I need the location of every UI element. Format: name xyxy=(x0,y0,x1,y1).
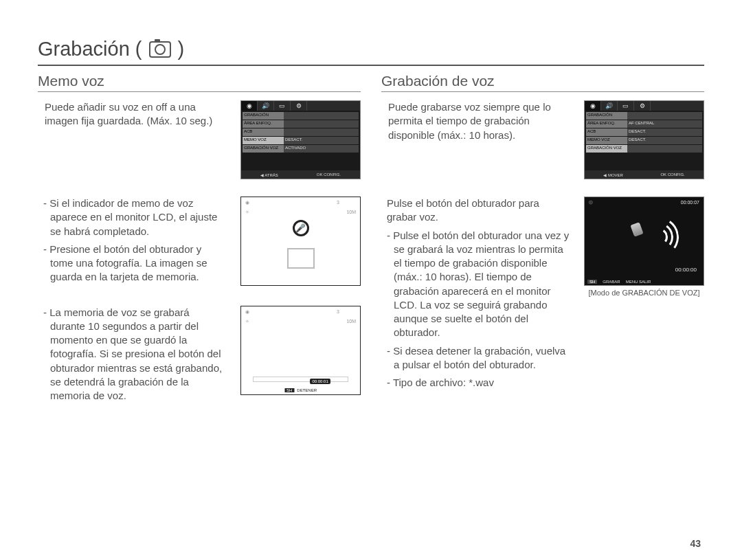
stop-label: DETENER xyxy=(297,388,317,392)
mode-icon: ◉ xyxy=(245,200,249,205)
focus-frame xyxy=(287,248,315,269)
elapsed-time: 00:00:07 xyxy=(681,200,699,205)
lcd-footer-move: ◀ MOVER xyxy=(603,172,623,177)
page-title-close: ) xyxy=(178,38,185,60)
menu-k-acb: ACB xyxy=(243,128,284,136)
lcd-menu-memo: ◉ 🔊 ▭ ⚙ GRABACIÓN ÁREA ENFOQ. ACB MEMO V… xyxy=(240,100,361,179)
mic-icon: 🎤 xyxy=(293,220,309,236)
tab-sound-icon: 🔊 xyxy=(258,101,274,111)
lcd-voice-block: ⦾ 00:00:07 00:00:00 SH GRABAR MENU SALIR… xyxy=(584,197,704,394)
voice-caption: [Modo de GRABACIÓN DE VOZ] xyxy=(584,289,704,297)
page-number: 43 xyxy=(690,538,701,549)
subhead-memo-voz: Memo voz xyxy=(38,73,361,92)
camera-icon xyxy=(149,41,171,58)
tab-sound-icon-2: 🔊 xyxy=(601,101,618,111)
body-text-2: - La memoria de voz se grabará durante 1… xyxy=(38,306,227,407)
lcd-footer-back: ◀ ATRÁS xyxy=(260,172,278,177)
menu-k-memo: MEMO VOZ xyxy=(243,137,284,144)
lcd-menu-voz: ◉ 🔊 ▭ ⚙ GRABACIÓN ÁREA ENFOQ.AF CENTRAL … xyxy=(584,100,704,179)
menu-k-area: ÁREA ENFOQ. xyxy=(243,120,284,128)
menu-k-grabacion: GRABACIÓN xyxy=(243,112,284,120)
tab-setup-icon: ⚙ xyxy=(291,101,307,111)
lcd-tabs-2: ◉ 🔊 ▭ ⚙ xyxy=(585,101,704,111)
rec-time-zero: 00:00:00 xyxy=(675,267,697,273)
count-icon: 3 xyxy=(337,200,339,205)
flash-icon: ✧ xyxy=(245,210,249,215)
exit-label: MENU SALIR xyxy=(626,280,651,284)
tab-display-icon-2: ▭ xyxy=(618,101,634,111)
intro-text-left: Puede añadir su voz en off a una imagen … xyxy=(38,100,227,162)
tab-camera-icon-2: ◉ xyxy=(585,101,601,111)
lcd-footer-ok: OK CONFIG. xyxy=(317,172,341,177)
tab-camera-icon: ◉ xyxy=(241,101,258,111)
sh-badge: SH xyxy=(284,388,294,392)
sh-badge-2: SH xyxy=(587,280,597,284)
column-memo-voz: Memo voz Puede añadir su voz en off a un… xyxy=(38,73,361,424)
rec-time: 00:00:01 xyxy=(310,379,330,384)
lcd-footer-ok-2: OK CONFIG. xyxy=(660,172,684,177)
page-title: Grabación ( ) xyxy=(38,38,704,66)
tab-setup-icon-2: ⚙ xyxy=(634,101,651,111)
flash-icon-2: ✧ xyxy=(245,319,249,324)
menu-k-gvoz: GRABACIÓN VOZ xyxy=(243,145,284,153)
count-icon-2: 3 xyxy=(337,309,339,314)
column-grabacion-voz: Grabación de voz Puede grabarse voz siem… xyxy=(381,73,704,424)
lcd-voice-rec: ⦾ 00:00:07 00:00:00 SH GRABAR MENU SALIR xyxy=(584,197,704,286)
progress-bar xyxy=(253,377,348,382)
page-title-text: Grabación ( xyxy=(38,38,142,60)
tab-display-icon: ▭ xyxy=(274,101,291,111)
rec-indicator-icon: ⦾ xyxy=(589,200,593,205)
mode-icon-2: ◉ xyxy=(245,309,249,315)
lcd-menu-rows-2: GRABACIÓN ÁREA ENFOQ.AF CENTRAL ACBDESAC… xyxy=(585,111,704,170)
body-text-1: - Si el indicador de memo de voz aparece… xyxy=(38,197,227,289)
res-icon: 10M xyxy=(346,210,356,214)
lcd-recording-memo: ◉ 3 10M ✧ 00:00:01 SH DETENER xyxy=(240,306,361,395)
body-text-right: Pulse el botón del obturador para grabar… xyxy=(381,197,570,394)
rec-label: GRABAR xyxy=(603,280,620,284)
lcd-photo-memo: ◉ 3 10M ✧ 🎤 xyxy=(240,197,361,286)
intro-text-right: Puede grabarse voz siempre que lo permit… xyxy=(381,100,570,162)
res-icon-2: 10M xyxy=(346,319,356,324)
subhead-grabacion-voz: Grabación de voz xyxy=(381,73,704,92)
lcd-tabs: ◉ 🔊 ▭ ⚙ xyxy=(241,101,360,111)
stop-row: SH DETENER xyxy=(284,388,317,392)
lcd-menu-rows: GRABACIÓN ÁREA ENFOQ. ACB MEMO VOZDESACT… xyxy=(241,111,360,170)
